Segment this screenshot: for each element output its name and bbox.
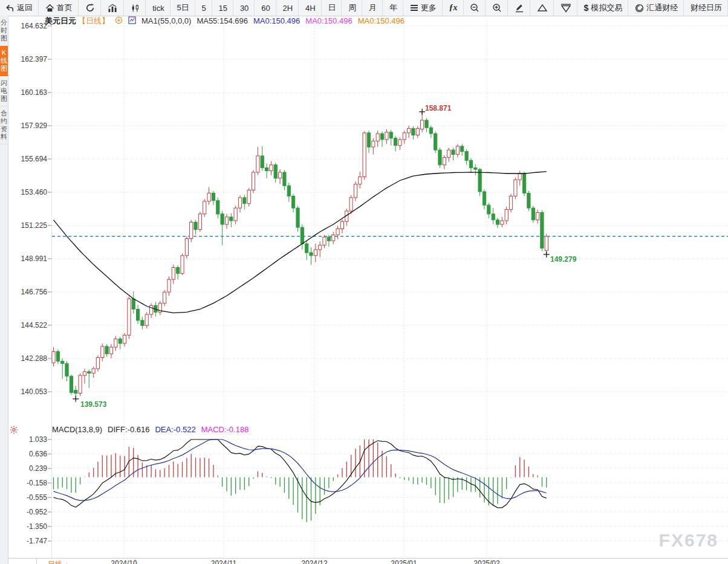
toolbar-tf-15[interactable]: 15: [213, 0, 233, 16]
back-icon: [5, 4, 15, 13]
mini-chart-icon[interactable]: [128, 16, 136, 26]
macd-axis-tick: 0.636: [10, 450, 47, 458]
home-icon: [45, 4, 54, 13]
macd-axis-tick: 1.033: [10, 435, 47, 444]
macd-axis-tick: -1.350: [10, 522, 47, 531]
indicators-icon: ƒx: [449, 3, 458, 13]
price-axis-tick: 155.694: [10, 155, 47, 163]
toolbar-huitong-finance[interactable]: 汇通财经: [629, 0, 684, 16]
toolbar-home[interactable]: 首页: [40, 0, 79, 16]
ma-settings-label: MA1(55,0,0,0): [141, 16, 191, 25]
price-axis-tick: 144.522: [10, 321, 47, 329]
price-axis-tick: 160.163: [10, 88, 47, 97]
macd-axis-tick: -1.747: [10, 537, 47, 545]
toolbar-refresh[interactable]: [80, 0, 101, 16]
toolbar-chart-candles[interactable]: [125, 0, 146, 16]
back-label: 返回: [17, 2, 33, 13]
ma0-value-blue: MA0:150.496: [253, 16, 300, 25]
toolbar-sim-trade[interactable]: $模拟交易: [579, 0, 629, 16]
more-label: 更多: [421, 2, 437, 13]
toolbar-tf-60[interactable]: 60: [256, 0, 276, 16]
toolbar-marker-up[interactable]: [531, 0, 554, 16]
price-axis-tick: 162.397: [10, 55, 47, 63]
chart-canvas[interactable]: [0, 0, 728, 564]
macd-dea-value: DEA:-0.522: [155, 425, 195, 434]
annotation-last-low: 149.279: [550, 255, 576, 264]
x-axis-label: 2024/11: [211, 559, 237, 564]
toolbar-tf-5d[interactable]: 5日: [171, 0, 195, 16]
finance-calendar-label: 财经日历: [691, 2, 722, 13]
tf-4h-label: 4H: [305, 4, 316, 13]
toolbar-tf-4h[interactable]: 4H: [300, 0, 322, 16]
macd-axis-tick: 0.239: [10, 464, 47, 473]
toolbar-more[interactable]: 更多: [405, 0, 443, 16]
home-label: 首页: [57, 2, 73, 13]
toolbar-chart-line[interactable]: [102, 0, 124, 16]
tf-30-label: 30: [240, 4, 249, 13]
tf-tick-label: tick: [152, 4, 164, 13]
macd-macd-value: MACD:-0.188: [201, 425, 249, 434]
huitong-finance-label: 汇通财经: [646, 2, 678, 13]
sim-trade-icon: $: [584, 3, 589, 13]
tf-15-label: 15: [219, 4, 227, 13]
toolbar-tf-week[interactable]: 周: [343, 0, 362, 16]
period-selector-label[interactable]: 日线 ▲: [48, 559, 70, 564]
toolbar-indicators[interactable]: ƒx: [444, 0, 464, 16]
add-indicator-icon[interactable]: [115, 16, 123, 26]
toolbar-marker-down[interactable]: [555, 0, 577, 16]
more-icon: [410, 4, 418, 11]
huitong-finance-icon: [635, 4, 644, 13]
period-tag: 【日线】: [78, 16, 109, 27]
toolbar-tf-30[interactable]: 30: [235, 0, 255, 16]
zoom-in-icon: [492, 3, 502, 13]
top-toolbar: 返回首页tick5日51530602H4H日周月年更多ƒx$模拟交易汇通财经财经…: [0, 0, 728, 16]
toolbar-zoom-in[interactable]: [487, 0, 508, 16]
tf-week-label: 周: [348, 2, 356, 13]
ma0-value-orange: MA0:150.496: [358, 16, 405, 25]
toolbar-tf-month[interactable]: 月: [363, 0, 383, 16]
bottom-axis-strip: 日线 ▲ 2024/102024/112024/122025/012025/02: [0, 558, 728, 564]
macd-axis-tick: -0.952: [10, 508, 47, 516]
sidebar-tab-time-share[interactable]: 分时图: [0, 16, 8, 46]
draw-icon: [515, 3, 524, 13]
price-axis-tick: 148.991: [10, 254, 47, 263]
toolbar-finance-calendar[interactable]: 财经日历: [685, 0, 728, 16]
tf-month-label: 月: [369, 2, 377, 13]
chart-line-icon: [107, 4, 118, 13]
toolbar-draw[interactable]: [509, 0, 530, 16]
tf-60-label: 60: [261, 4, 270, 13]
tf-day-label: 日: [328, 2, 336, 13]
price-axis-tick: 153.460: [10, 188, 47, 196]
sidebar-tab-lightning[interactable]: 闪电图: [0, 76, 8, 106]
price-axis-tick: 157.929: [10, 122, 47, 130]
price-axis-tick: 142.288: [10, 354, 47, 363]
refresh-icon: [85, 3, 95, 13]
price-axis-tick: 140.053: [10, 387, 47, 396]
chart-candles-icon: [131, 4, 140, 13]
chevron-up-icon: ▲: [64, 562, 70, 564]
toolbar-tf-tick[interactable]: tick: [147, 0, 171, 16]
toolbar-tf-day[interactable]: 日: [322, 0, 342, 16]
toolbar-tf-year[interactable]: 年: [384, 0, 403, 16]
toolbar-tf-2h[interactable]: 2H: [277, 0, 299, 16]
tf-year-label: 年: [389, 2, 397, 13]
price-axis-tick: 146.756: [10, 288, 47, 296]
macd-axis-tick: -0.555: [10, 493, 47, 502]
annotation-low: 139.573: [80, 400, 106, 409]
sidebar-tab-kline[interactable]: K线图: [0, 46, 8, 76]
tf-5-label: 5: [202, 4, 206, 13]
toolbar-zoom-out[interactable]: [464, 0, 486, 16]
sim-trade-label: 模拟交易: [591, 2, 622, 13]
ma55-value: MA55:154.696: [197, 16, 248, 25]
ma0-value-magenta: MA0:150.496: [305, 16, 352, 25]
toolbar-back[interactable]: 返回: [0, 0, 39, 16]
sidebar-tab-contract-info[interactable]: 合约资料: [0, 106, 8, 144]
chart-header: 美元日元【日线】 MA1(55,0,0,0) MA55:154.696 MA0:…: [45, 16, 405, 25]
annotation-high: 158.871: [425, 104, 451, 112]
price-axis-tick: 151.225: [10, 221, 47, 230]
app-window: { "toolbar": { "items": [ {"name":"back"…: [0, 0, 728, 564]
tf-5d-label: 5日: [177, 2, 189, 13]
zoom-out-icon: [470, 3, 479, 13]
x-axis-label: 2025/01: [391, 559, 417, 564]
toolbar-tf-5[interactable]: 5: [197, 0, 212, 16]
